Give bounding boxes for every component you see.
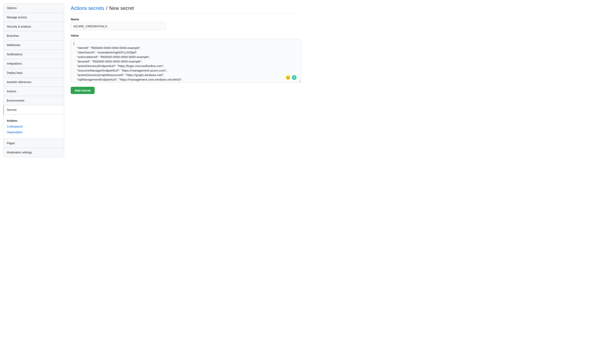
- sidebar-item-webhooks[interactable]: Webhooks: [3, 40, 64, 50]
- breadcrumb-parent-link[interactable]: Actions secrets: [71, 5, 104, 11]
- sidebar-item-deploy-keys[interactable]: Deploy keys: [3, 68, 64, 78]
- sidebar-item-pages[interactable]: Pages: [3, 139, 64, 148]
- sidebar-item-manage-access[interactable]: Manage access: [3, 13, 64, 22]
- sidebar-item-notifications[interactable]: Notifications: [3, 50, 64, 59]
- settings-sidebar: Options Manage access Security & analysi…: [3, 3, 64, 157]
- sidebar-item-security-analysis[interactable]: Security & analysis: [3, 22, 64, 31]
- sidebar-item-branches[interactable]: Branches: [3, 31, 64, 40]
- sidebar-sub-link-codespaces[interactable]: Codespaces: [7, 124, 61, 129]
- sidebar-item-integrations[interactable]: Integrations: [3, 59, 64, 68]
- textarea-wrap: [71, 39, 301, 83]
- sidebar-item-moderation-settings[interactable]: Moderation settings: [3, 148, 64, 157]
- sidebar-item-secrets[interactable]: Secrets: [3, 105, 64, 115]
- textarea-overlay-icons: [286, 75, 297, 80]
- main-content: Actions secrets / New secret Name Value: [71, 3, 301, 157]
- form-group-name: Name: [71, 17, 301, 30]
- breadcrumb-current: New secret: [109, 5, 134, 11]
- grammarly-icon[interactable]: [292, 75, 297, 80]
- sidebar-item-actions[interactable]: Actions: [3, 87, 64, 96]
- sidebar-sub-title-actions: Actions: [7, 118, 61, 124]
- add-secret-button[interactable]: Add secret: [71, 87, 94, 94]
- breadcrumb-separator: /: [105, 5, 108, 11]
- sidebar-sub-link-dependabot[interactable]: Dependabot: [7, 129, 61, 135]
- secret-name-input[interactable]: [71, 23, 165, 30]
- sidebar-item-autolink-references[interactable]: Autolink references: [3, 78, 64, 87]
- sidebar-item-options[interactable]: Options: [3, 3, 64, 13]
- value-label: Value: [71, 34, 301, 37]
- name-label: Name: [71, 17, 301, 21]
- secret-value-textarea[interactable]: [71, 39, 301, 82]
- sidebar-sub-secrets: Actions Codespaces Dependabot: [3, 115, 64, 139]
- neutral-face-emoji-icon[interactable]: [286, 75, 290, 80]
- sidebar-item-environments[interactable]: Environments: [3, 96, 64, 105]
- breadcrumb: Actions secrets / New secret: [71, 5, 301, 13]
- form-group-value: Value: [71, 34, 301, 83]
